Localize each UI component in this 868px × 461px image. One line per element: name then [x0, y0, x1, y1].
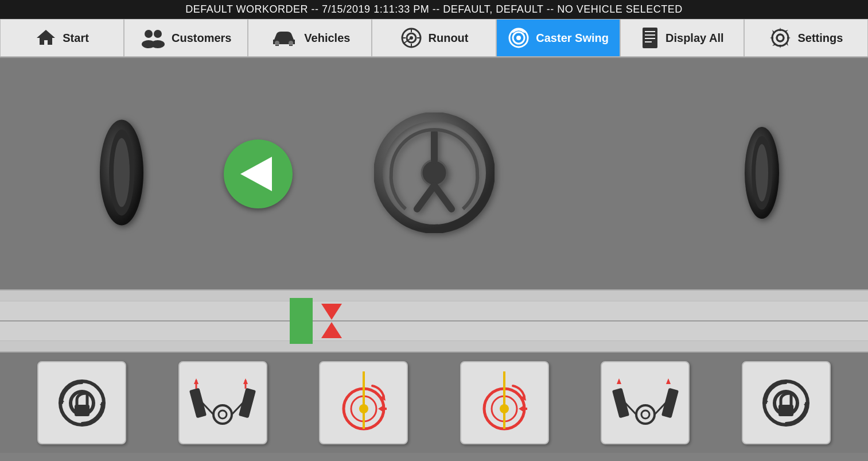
svg-point-0 [145, 30, 153, 38]
triangle-down-icon [321, 304, 342, 320]
svg-point-67 [641, 410, 649, 419]
right-tire [742, 124, 782, 224]
svg-point-23 [772, 30, 788, 46]
action-toe-right[interactable] [601, 361, 690, 444]
nav-display-all[interactable]: Display All [620, 19, 744, 57]
svg-point-22 [777, 34, 784, 41]
nav-vehicles-label: Vehicles [304, 32, 350, 45]
svg-point-3 [151, 40, 165, 48]
svg-rect-18 [645, 34, 655, 36]
nav-settings[interactable]: Settings [744, 19, 868, 57]
nav-caster-swing-label: Caster Swing [536, 32, 609, 45]
svg-marker-56 [378, 406, 383, 412]
svg-point-34 [756, 144, 768, 202]
svg-rect-40 [189, 388, 207, 418]
svg-marker-63 [519, 406, 523, 412]
svg-point-5 [289, 41, 293, 45]
runout-icon [400, 26, 423, 49]
svg-point-66 [636, 405, 655, 424]
svg-rect-17 [645, 31, 655, 32]
svg-point-43 [219, 410, 227, 419]
car-icon [270, 27, 298, 49]
action-caster-right[interactable] [460, 361, 549, 444]
main-content [0, 58, 868, 453]
gauge-center-line [0, 320, 868, 321]
left-tire [98, 117, 146, 231]
svg-marker-71 [617, 378, 621, 384]
nav-start-label: Start [63, 32, 89, 45]
svg-rect-19 [645, 38, 655, 39]
action-toe-left[interactable] [178, 361, 267, 444]
triangle-up-icon [321, 322, 342, 338]
nav-customers[interactable]: Customers [124, 19, 248, 57]
nav-vehicles[interactable]: Vehicles [248, 19, 372, 57]
nav-customers-label: Customers [172, 32, 231, 45]
svg-point-72 [764, 381, 808, 425]
gauge-green-bar [290, 298, 313, 344]
svg-rect-64 [612, 388, 629, 418]
gauge-track [0, 301, 868, 341]
svg-line-31 [434, 185, 451, 209]
document-icon [640, 26, 660, 49]
nav-settings-label: Settings [797, 32, 843, 45]
people-icon [141, 27, 166, 49]
svg-rect-74 [779, 405, 793, 416]
steering-wheel [374, 113, 495, 235]
arrow-back-button[interactable] [224, 140, 293, 208]
nav-runout-label: Runout [429, 32, 469, 45]
action-lock-steering-right[interactable] [742, 361, 831, 444]
action-caster-left[interactable] [319, 361, 408, 444]
nav-start[interactable]: Start [0, 19, 124, 57]
home-icon [35, 27, 57, 49]
nav-caster-swing[interactable]: Caster Swing [496, 19, 620, 57]
action-bar [0, 352, 868, 453]
gauge-area [0, 289, 868, 352]
svg-point-35 [60, 381, 104, 425]
svg-point-15 [516, 36, 521, 40]
svg-point-42 [213, 405, 232, 424]
nav-bar: Start Customers Vehicles [0, 19, 868, 58]
gauge-red-arrows [321, 304, 342, 338]
svg-marker-70 [666, 378, 671, 384]
svg-rect-20 [645, 41, 652, 42]
caster-icon [507, 26, 530, 49]
action-lock-steering-left[interactable] [37, 361, 126, 444]
arrow-left-icon [240, 157, 272, 191]
scene-area [0, 58, 868, 289]
svg-point-1 [154, 30, 162, 38]
svg-marker-48 [243, 378, 248, 384]
settings-icon [769, 26, 792, 49]
svg-point-26 [114, 138, 130, 207]
svg-point-28 [422, 160, 447, 185]
svg-line-30 [417, 185, 434, 209]
header-bar: DEFAULT WORKORDER -- 7/15/2019 1:11:33 P… [0, 0, 868, 19]
svg-marker-49 [194, 378, 198, 384]
nav-display-all-label: Display All [665, 32, 724, 45]
svg-rect-65 [661, 388, 679, 418]
header-title: DEFAULT WORKORDER -- 7/15/2019 1:11:33 P… [185, 3, 683, 15]
nav-runout[interactable]: Runout [372, 19, 496, 57]
svg-rect-41 [239, 388, 256, 418]
svg-point-4 [275, 41, 279, 45]
svg-rect-37 [75, 405, 89, 416]
